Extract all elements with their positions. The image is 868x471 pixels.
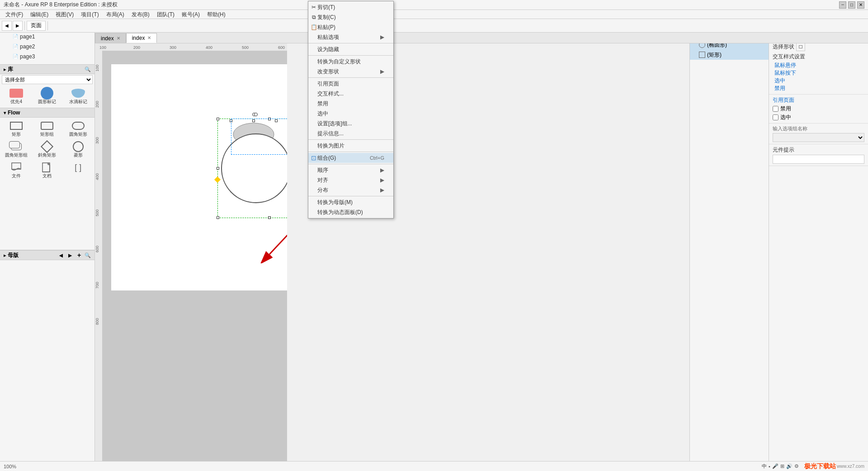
menu-team[interactable]: 团队(T)	[153, 10, 178, 19]
select-shape-label: 选择形状	[773, 43, 794, 51]
mother-nav-next[interactable]: ▶	[66, 252, 74, 259]
svg-text:100: 100	[99, 45, 106, 50]
style-selected[interactable]: 选中	[774, 77, 864, 85]
canvas-ruler-top: 100 200 300 400 500 600 700 800 900 1000…	[95, 43, 287, 51]
flow-shape-label: 菱形	[74, 152, 83, 158]
tab-close-active[interactable]: ✕	[147, 33, 151, 43]
ref-disabled-checkbox[interactable]	[773, 106, 778, 112]
flow-shape[interactable]: 菱形	[64, 140, 93, 159]
lib-search-icon[interactable]: 🔍	[85, 67, 91, 72]
toolbar-pages-tab[interactable]: 页面	[27, 21, 46, 31]
ctx-options-group-label: 设置[选项]组...	[317, 119, 352, 128]
ctx-interaction[interactable]: 交互样式...	[308, 89, 393, 99]
ctx-to-dynamic[interactable]: 转换为动态面板(D)	[308, 207, 393, 217]
flow-rect-r-shape	[41, 122, 53, 130]
widget-item-water[interactable]: 水滴标记	[64, 87, 93, 106]
tab-index-inactive[interactable]: index ✕	[95, 33, 126, 43]
toolbar-btn-2[interactable]: ▶	[13, 21, 23, 31]
flow-diamond[interactable]: 斜角矩形	[33, 140, 61, 159]
flow-doc2-label: 文档	[42, 173, 52, 179]
mother-header[interactable]: ▸ 母版 ◀ ▶ + 🔍	[0, 250, 94, 260]
lib-select[interactable]: 选择全部	[2, 75, 93, 84]
layer-item-rect[interactable]: (矩形)	[690, 50, 769, 60]
ctx-convert-custom[interactable]: 转换为自定义形状	[308, 57, 393, 67]
widget-icon-pink	[9, 88, 24, 99]
flow-grid: 矩形 矩形组 圆角矩形	[0, 118, 94, 182]
menu-account[interactable]: 账号(A)	[178, 10, 203, 19]
ctx-cut[interactable]: ✂ 剪切(T)	[308, 2, 393, 12]
widget-item-circle[interactable]: 圆形标记	[33, 87, 61, 106]
menu-help[interactable]: 帮助(H)	[203, 10, 229, 19]
ctx-align[interactable]: 对齐 ▶	[308, 175, 393, 185]
ctx-to-master[interactable]: 转换为母版(M)	[308, 197, 393, 207]
ctx-group-label: 组合(G)	[317, 153, 336, 163]
page-item-page1[interactable]: 📄 page1	[0, 32, 94, 42]
ctx-disable[interactable]: 禁用	[308, 99, 393, 109]
ctx-order[interactable]: 顺序 ▶	[308, 165, 393, 175]
flow-multi-rect-icon	[9, 141, 24, 152]
menu-layout[interactable]: 布局(A)	[103, 10, 128, 19]
menu-view[interactable]: 视图(V)	[52, 10, 77, 19]
mother-add[interactable]: +	[75, 252, 83, 259]
flow-bracket[interactable]: [ ]	[64, 161, 93, 180]
ctx-hide[interactable]: 设为隐藏	[308, 44, 393, 54]
flow-doc2[interactable]: 文档	[33, 161, 61, 180]
ctx-paste[interactable]: 📋 粘贴(P)	[308, 22, 393, 32]
left-panel: 页面 + ≡ 📄 index 📄 page1 📄 page2 📄 page3 ▸…	[0, 10, 95, 461]
page-item-page3[interactable]: 📄 page3	[0, 52, 94, 62]
ref-selected-checkbox[interactable]	[773, 114, 778, 120]
widget-label-pink: 优先4	[10, 99, 22, 105]
flow-rect[interactable]: 矩形	[2, 119, 31, 138]
menu-publish[interactable]: 发布(B)	[128, 10, 153, 19]
ctx-copy[interactable]: ⧉ 复制(C)	[308, 12, 393, 22]
ctx-sep-6	[308, 164, 393, 164]
flow-rect-r[interactable]: 矩形组	[33, 119, 61, 138]
status-input-method[interactable]: 中	[762, 463, 767, 470]
close-button[interactable]: ✕	[857, 1, 864, 9]
mother-nav-prev[interactable]: ◀	[57, 252, 65, 259]
maximize-button[interactable]: □	[848, 1, 855, 9]
flow-doc[interactable]: 文件	[2, 161, 31, 180]
flow-multi-rect[interactable]: 圆角矩形组	[2, 140, 31, 159]
ref-disabled-label: 禁用	[780, 105, 791, 113]
tab-index-active[interactable]: index ✕	[126, 33, 157, 43]
shape-select-btn[interactable]: □	[796, 42, 805, 51]
style-disabled[interactable]: 禁用	[774, 85, 864, 92]
svg-rect-4	[95, 43, 287, 51]
tab-close-inactive[interactable]: ✕	[117, 33, 120, 43]
page-item-page2[interactable]: 📄 page2	[0, 42, 94, 52]
widget-tip-input[interactable]	[773, 155, 864, 164]
toolbar-separator-2	[47, 21, 48, 30]
options-group-select[interactable]	[773, 133, 864, 142]
right-panel: 检视: Widgets (3) ⊟ ⊞ 属性 说明 样式 ▼ Shapes 选择…	[769, 10, 868, 461]
library-header[interactable]: ▸ 库 🔍	[0, 64, 94, 74]
ctx-group-icon: ⊡	[310, 154, 317, 162]
menu-edit[interactable]: 编辑(E)	[27, 10, 52, 19]
ctx-distribute[interactable]: 分布 ▶	[308, 185, 393, 195]
library-section: ▸ 库 🔍 选择全部 优先4 圆形标记	[0, 64, 94, 182]
style-mousedown[interactable]: 鼠标按下	[774, 69, 864, 77]
flow-header[interactable]: ▾ Flow	[0, 108, 94, 118]
style-hover[interactable]: 鼠标悬停	[774, 62, 864, 69]
mother-search-icon[interactable]: 🔍	[85, 252, 91, 258]
tab-label-active: index	[132, 33, 145, 43]
ctx-to-image-label: 转换为图片	[317, 141, 344, 151]
minimize-button[interactable]: ─	[839, 1, 846, 9]
ctx-change-shape[interactable]: 改变形状 ▶	[308, 67, 393, 76]
ctx-options-group[interactable]: 设置[选项]组...	[308, 119, 393, 128]
ctx-ref-page[interactable]: 引用页面	[308, 79, 393, 89]
toolbar-btn-1[interactable]: ◀	[2, 21, 12, 31]
flow-bracket-shape: [ ]	[75, 162, 81, 173]
ctx-to-image[interactable]: 转换为图片	[308, 141, 393, 151]
mutual-style-label: 交互样式设置	[773, 52, 864, 62]
shape-circle-large[interactable]	[220, 132, 287, 206]
ctx-paste-options[interactable]: 粘贴选项 ▶	[308, 32, 393, 42]
ref-page-label[interactable]: 引用页面	[773, 96, 864, 104]
menu-project[interactable]: 项目(T)	[77, 10, 102, 19]
flow-rect-round[interactable]: 圆角矩形	[64, 119, 93, 138]
menu-file[interactable]: 文件(F)	[2, 10, 27, 19]
ctx-select[interactable]: 选中	[308, 109, 393, 119]
ctx-tooltip[interactable]: 提示信息...	[308, 128, 393, 138]
ctx-group[interactable]: ⊡ 组合(G) Ctrl+G	[308, 153, 393, 163]
widget-item-pink[interactable]: 优先4	[2, 87, 31, 106]
